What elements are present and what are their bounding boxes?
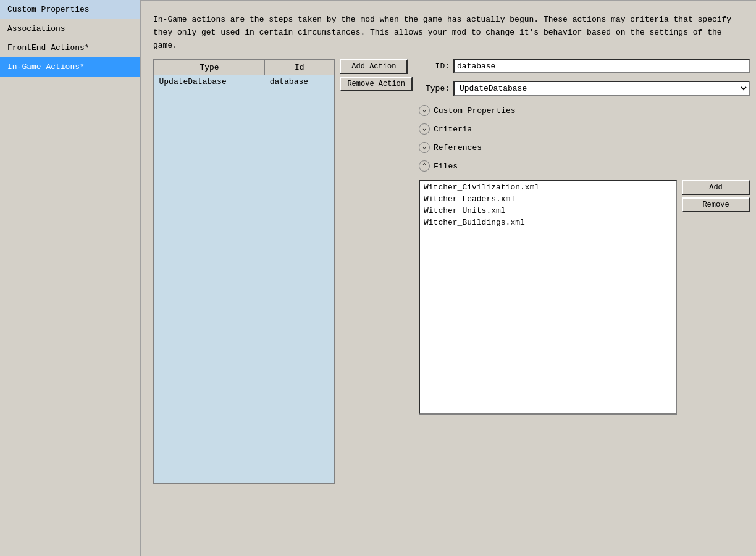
references-toggle[interactable]: ⌄ References xyxy=(419,142,750,153)
type-select[interactable]: UpdateDatabase AddGameplay RemoveGamepla… xyxy=(453,81,750,96)
files-toggle-icon: ⌃ xyxy=(419,160,430,172)
files-area: Witcher_Civilization.xml Witcher_Leaders… xyxy=(419,180,750,415)
row-type: UpdateDatabase xyxy=(154,75,265,89)
table-row[interactable]: UpdateDatabase database xyxy=(154,75,334,89)
top-divider xyxy=(141,0,756,1)
col-type: Type xyxy=(154,60,265,75)
main-content: In-Game actions are the steps taken by t… xyxy=(141,0,756,556)
references-toggle-label: References xyxy=(434,143,482,152)
table-and-buttons: Type Id UpdateDatabase database xyxy=(153,59,413,484)
id-label: ID: xyxy=(419,62,450,71)
add-action-button[interactable]: Add Action xyxy=(340,59,408,74)
sidebar-item-custom-properties[interactable]: Custom Properties xyxy=(0,0,140,19)
table-empty-area xyxy=(154,88,334,483)
custom-properties-toggle-label: Custom Properties xyxy=(434,106,516,115)
row-id: database xyxy=(265,75,334,89)
sidebar-item-ingame-actions[interactable]: In-Game Actions* xyxy=(0,57,140,77)
col-id: Id xyxy=(265,60,334,75)
references-toggle-icon: ⌄ xyxy=(419,142,430,153)
actions-table: Type Id UpdateDatabase database xyxy=(154,60,334,483)
file-item-0[interactable]: Witcher_Civilization.xml xyxy=(420,181,676,193)
file-item-3[interactable]: Witcher_Buildings.xml xyxy=(420,217,676,228)
type-label: Type: xyxy=(419,84,450,93)
sidebar: Custom Properties Associations FrontEnd … xyxy=(0,0,141,556)
file-item-2[interactable]: Witcher_Units.xml xyxy=(420,205,676,217)
description-area: In-Game actions are the steps taken by t… xyxy=(141,7,756,59)
files-toggle[interactable]: ⌃ Files xyxy=(419,160,750,172)
sidebar-item-associations[interactable]: Associations xyxy=(0,19,140,38)
left-panel: Type Id UpdateDatabase database xyxy=(153,59,413,556)
file-item-1[interactable]: Witcher_Leaders.xml xyxy=(420,193,676,205)
id-input[interactable] xyxy=(453,59,750,73)
type-field-row: Type: UpdateDatabase AddGameplay RemoveG… xyxy=(419,81,750,96)
actions-table-wrapper: Type Id UpdateDatabase database xyxy=(153,59,335,484)
custom-properties-toggle[interactable]: ⌄ Custom Properties xyxy=(419,105,750,116)
right-panel: ID: Type: UpdateDatabase AddGameplay Rem… xyxy=(419,59,750,556)
body-area: Type Id UpdateDatabase database xyxy=(141,59,756,556)
id-field-row: ID: xyxy=(419,59,750,73)
criteria-toggle-icon: ⌄ xyxy=(419,123,430,135)
remove-action-button[interactable]: Remove Action xyxy=(340,77,413,91)
files-list[interactable]: Witcher_Civilization.xml Witcher_Leaders… xyxy=(419,180,677,415)
criteria-toggle-label: Criteria xyxy=(434,125,472,134)
files-toggle-label: Files xyxy=(434,162,458,171)
sidebar-item-frontend-actions[interactable]: FrontEnd Actions* xyxy=(0,38,140,57)
add-file-button[interactable]: Add xyxy=(682,180,750,195)
remove-file-button[interactable]: Remove xyxy=(682,197,750,212)
files-buttons: Add Remove xyxy=(682,180,750,415)
custom-properties-toggle-icon: ⌄ xyxy=(419,105,430,116)
actions-buttons: Add Action Remove Action xyxy=(340,59,413,484)
criteria-toggle[interactable]: ⌄ Criteria xyxy=(419,123,750,135)
